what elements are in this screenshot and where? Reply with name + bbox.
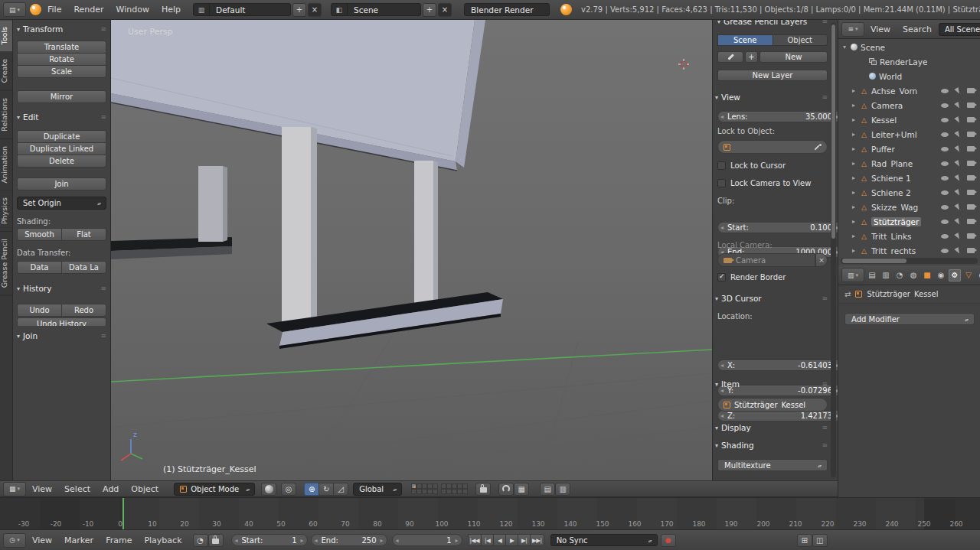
panel-header-display[interactable]: Display [715, 422, 828, 433]
visibility-eye-icon[interactable] [941, 220, 949, 224]
object-name[interactable]: Camera [871, 101, 903, 110]
outliner-menu-view[interactable]: View [864, 24, 897, 34]
visibility-eye-icon[interactable] [941, 190, 949, 195]
new-layer-button[interactable]: New Layer [717, 70, 828, 81]
visibility-eye-icon[interactable] [941, 118, 949, 122]
properties-tab-object[interactable]: ■ [921, 269, 933, 282]
selectability-cursor-icon[interactable] [954, 203, 961, 211]
frame-end-field[interactable]: End: 250 [311, 534, 387, 546]
renderability-camera-icon[interactable] [967, 88, 975, 93]
panel-header-transform[interactable]: Transform [17, 24, 106, 34]
properties-tab-scene[interactable]: ◔ [893, 269, 906, 282]
outliner-object-row-rad-plane[interactable]: △ Rad_Plane [838, 156, 980, 171]
lock-to-cursor-checkbox[interactable] [717, 161, 726, 170]
selectability-cursor-icon[interactable] [954, 247, 961, 255]
outliner-renderlayers-row[interactable]: RenderLaye [838, 54, 980, 69]
snap-element-selector[interactable]: ▦ [514, 483, 529, 496]
timeline-frames-area[interactable]: -40-30-20-100102030405060708090100110120… [0, 497, 980, 529]
lens-field[interactable]: Lens: 35.000 [717, 111, 838, 122]
layer-cell[interactable] [411, 489, 416, 494]
outliner-object-row-achse-vorn[interactable]: △ Achse_Vorn [838, 83, 980, 98]
orientation-selector[interactable]: Global [353, 483, 402, 496]
layer-cell[interactable] [422, 489, 427, 494]
expand-icon[interactable] [852, 116, 860, 123]
mode-selector[interactable]: Object Mode [174, 483, 255, 496]
outliner-scene-row[interactable]: Scene [838, 40, 980, 54]
visibility-eye-icon[interactable] [941, 234, 949, 239]
layer-cell[interactable] [427, 489, 433, 494]
selectability-cursor-icon[interactable] [954, 174, 961, 182]
editor-type-button-info[interactable]: ▤ [3, 2, 26, 17]
opengl-render-still-button[interactable]: ▤ [540, 483, 555, 496]
av-sync-selector[interactable]: No Sync [550, 534, 658, 546]
editor-type-button-properties[interactable]: ▥ [841, 268, 864, 282]
layer-cell[interactable] [427, 483, 433, 489]
scrollbar-thumb[interactable] [831, 24, 835, 239]
layer-cell[interactable] [457, 483, 462, 489]
renderability-camera-icon[interactable] [967, 204, 975, 210]
expand-icon[interactable] [852, 160, 860, 167]
layer-cell[interactable] [452, 483, 457, 489]
object-name[interactable]: Achse_Vorn [871, 86, 917, 96]
outliner-object-row-st-tztr-ger[interactable]: △ Stützträger [838, 214, 980, 229]
scene-name[interactable]: Scene [861, 43, 885, 52]
renderability-camera-icon[interactable] [967, 103, 975, 108]
expand-icon[interactable] [852, 247, 860, 254]
render-border-checkbox[interactable] [717, 273, 726, 282]
layer-cell[interactable] [457, 489, 462, 494]
view3d-menu-add[interactable]: Add [96, 484, 125, 494]
outliner-object-row-tritt-rechts[interactable]: △ Tritt_rechts [838, 243, 980, 256]
layer-cell[interactable] [452, 489, 457, 494]
menu-help[interactable]: Help [155, 5, 187, 15]
object-name[interactable]: Schiene 1 [871, 174, 911, 183]
add-layout-button[interactable]: + [292, 3, 306, 17]
layer-cell[interactable] [416, 483, 422, 489]
scale-button[interactable]: Scale [17, 65, 106, 78]
object-name[interactable]: Rad_Plane [871, 159, 913, 168]
mirror-button[interactable]: Mirror [17, 90, 106, 103]
expand-icon[interactable] [852, 189, 860, 196]
rotate-button[interactable]: Rotate [17, 53, 106, 66]
toolshelf-tab[interactable]: Animation [0, 139, 13, 190]
renderability-camera-icon[interactable] [967, 190, 975, 195]
copy-screen-button[interactable]: ⊞ [797, 534, 812, 547]
operator-panel-header[interactable]: Join [17, 330, 106, 341]
toolshelf-tab[interactable]: Grease Pencil [0, 232, 13, 295]
expand-icon[interactable] [852, 174, 860, 181]
viewport-shading-selector[interactable] [261, 483, 276, 496]
pivot-point-selector[interactable]: ◎ [281, 483, 296, 496]
panel-header-3d-cursor[interactable]: 3D Cursor [715, 293, 828, 304]
editor-type-button-timeline[interactable]: ◷ [3, 533, 26, 548]
clear-camera-button[interactable]: × [815, 253, 828, 267]
layer-cell[interactable] [416, 489, 422, 494]
outliner-object-row-kessel[interactable]: △ Kessel [838, 112, 980, 127]
duplicate-linked-button[interactable]: Duplicate Linked [17, 142, 106, 155]
gp-source-tab[interactable]: Object [773, 34, 828, 46]
object-name[interactable]: Tritt_Links [871, 232, 912, 241]
layer-cell[interactable] [433, 489, 438, 494]
visibility-eye-icon[interactable] [941, 132, 949, 137]
renderability-camera-icon[interactable] [967, 161, 975, 166]
frame-start-field[interactable]: Start: 1 [231, 534, 308, 546]
object-name[interactable]: Leiter+Uml [871, 130, 917, 139]
eyedropper-icon[interactable] [813, 143, 822, 151]
render-border-row[interactable]: Render Border [717, 273, 828, 282]
undo-button[interactable]: Undo [17, 304, 62, 317]
visibility-eye-icon[interactable] [941, 103, 949, 108]
selectability-cursor-icon[interactable] [954, 131, 961, 138]
selectability-cursor-icon[interactable] [954, 145, 961, 153]
toolshelf-tab[interactable]: Physics [0, 190, 13, 232]
properties-tab-constraints[interactable]: ◉ [935, 269, 947, 282]
clip-start-field[interactable]: Start: 0.100 [717, 222, 838, 233]
outliner-menu-search[interactable]: Search [897, 24, 938, 34]
panel-header-history[interactable]: History [17, 283, 106, 294]
playback-button[interactable]: ▶▶| [530, 534, 544, 546]
layer-cell[interactable] [441, 483, 446, 489]
layer-cell[interactable] [462, 483, 468, 489]
layer-cell[interactable] [433, 483, 438, 489]
visibility-eye-icon[interactable] [941, 176, 949, 181]
expand-icon[interactable] [852, 102, 860, 109]
data-button[interactable]: Data [17, 261, 62, 274]
outliner-hscrollbar[interactable] [841, 258, 978, 264]
playback-button[interactable]: ▶ [505, 534, 518, 546]
